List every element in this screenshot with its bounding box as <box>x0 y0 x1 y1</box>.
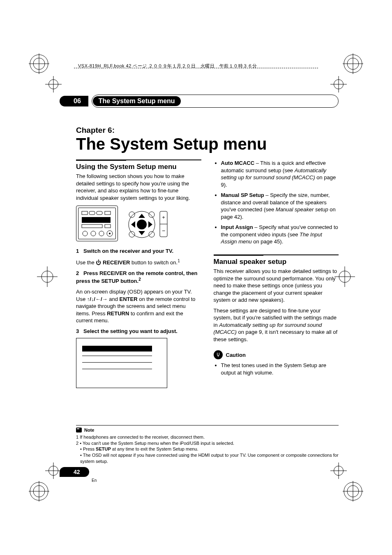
svg-rect-28 <box>105 224 111 228</box>
svg-point-5 <box>347 58 359 69</box>
svg-rect-22 <box>82 211 88 215</box>
language-code: En <box>92 478 97 483</box>
chapter-title-tab: The System Setup menu <box>92 95 339 108</box>
option-auto-mcacc: Auto MCACC – This is a quick and effecti… <box>221 160 339 188</box>
step-3: 3Select the setting you want to adjust. <box>76 328 201 335</box>
chapter-label: Chapter 6: <box>76 126 339 135</box>
arrow-keys-icon: ↑/↓/←/→ <box>87 296 108 302</box>
svg-point-12 <box>344 482 362 500</box>
right-column: Auto MCACC – This is a quick and effecti… <box>214 160 339 388</box>
step-2: 2Press RECEIVER on the remote control, t… <box>76 270 201 285</box>
svg-point-38 <box>129 231 135 237</box>
print-mark-bottom-right <box>343 481 363 502</box>
section-using-intro: The following section shows you how to m… <box>76 173 201 201</box>
svg-point-29 <box>83 231 88 236</box>
chapter-title: The System Setup menu <box>93 96 181 106</box>
svg-text:+: + <box>162 215 165 220</box>
setting-options-list: Auto MCACC – This is a quick and effecti… <box>214 160 339 245</box>
footnotes: Note 1 If headphones are connected to th… <box>76 425 339 465</box>
svg-point-37 <box>149 212 154 217</box>
svg-point-30 <box>91 231 96 236</box>
section-using-heading: Using the System Setup menu <box>76 160 201 171</box>
osd-placeholder <box>76 338 167 388</box>
svg-rect-25 <box>105 211 111 215</box>
crop-cross-tr <box>330 76 347 92</box>
svg-point-9 <box>33 486 45 497</box>
footnote-2c: • The OSD will not appear if you have co… <box>76 452 339 465</box>
footnote-1: 1 If headphones are connected to the rec… <box>76 434 339 440</box>
receiver-front-diagram <box>76 206 118 241</box>
svg-text:−: − <box>162 227 165 234</box>
section-manual-heading: Manual speaker setup <box>214 254 339 266</box>
remote-diagram: + − <box>124 206 173 243</box>
svg-point-39 <box>149 231 154 237</box>
print-mark-mid-left <box>37 266 58 287</box>
svg-point-35 <box>137 220 147 229</box>
chapter-number-pill: 06 <box>60 96 88 106</box>
note-icon <box>76 428 82 432</box>
left-column: Using the System Setup menu The followin… <box>76 160 201 388</box>
page-title: The System Setup menu <box>76 136 339 152</box>
svg-point-19 <box>339 271 350 282</box>
caution-item: The test tones used in the System Setup … <box>221 362 339 376</box>
chapter-header-bar: 06 The System Setup menu <box>76 95 339 108</box>
caution-row: Caution <box>214 350 339 359</box>
svg-point-1 <box>33 58 45 69</box>
step-1: 1Switch on the receiver and your TV. <box>76 247 201 255</box>
caution-icon <box>214 350 223 359</box>
manual-p1: This receiver allows you to make detaile… <box>214 268 339 304</box>
manual-p2: These settings are designed to fine-tune… <box>214 307 339 343</box>
print-mark-top-right <box>343 53 363 74</box>
crop-cross-bl <box>45 462 62 479</box>
option-manual-sp-setup: Manual SP Setup – Specify the size, numb… <box>221 192 339 220</box>
svg-rect-27 <box>82 224 102 228</box>
book-meta: VSX-819H_RLF.book 42 ページ ２００９年１月２０日 火曜日 … <box>78 63 257 69</box>
page-number: 42 <box>60 467 89 477</box>
svg-rect-23 <box>89 211 95 215</box>
svg-point-36 <box>129 212 135 217</box>
note-label: Note <box>84 427 94 433</box>
option-input-assign: Input Assign – Specify what you've conne… <box>221 224 339 245</box>
svg-point-8 <box>30 482 48 500</box>
svg-point-16 <box>42 271 53 282</box>
power-icon: ⏻ <box>96 259 101 266</box>
svg-point-33 <box>109 233 111 234</box>
print-mark-top-left <box>29 53 49 74</box>
caution-list: The test tones used in the System Setup … <box>214 362 339 376</box>
step-2-body: An on-screen display (OSD) appears on yo… <box>76 288 201 324</box>
diagram-row: + − <box>76 206 201 243</box>
svg-rect-24 <box>97 211 102 215</box>
svg-rect-26 <box>82 217 111 223</box>
svg-point-0 <box>30 55 48 73</box>
svg-point-31 <box>99 231 104 236</box>
step-1-body: Use the ⏻ RECEIVER button to switch on.1 <box>76 258 201 266</box>
print-mark-bottom-left <box>29 481 49 502</box>
footnote-2a: 2 • You can't use the System Setup menu … <box>76 440 339 446</box>
svg-point-13 <box>347 486 359 497</box>
crop-cross-tl <box>45 76 62 92</box>
svg-point-4 <box>344 55 362 73</box>
caution-label: Caution <box>226 352 246 358</box>
footnote-2b: • Press SETUP at any time to exit the Sy… <box>76 446 339 452</box>
